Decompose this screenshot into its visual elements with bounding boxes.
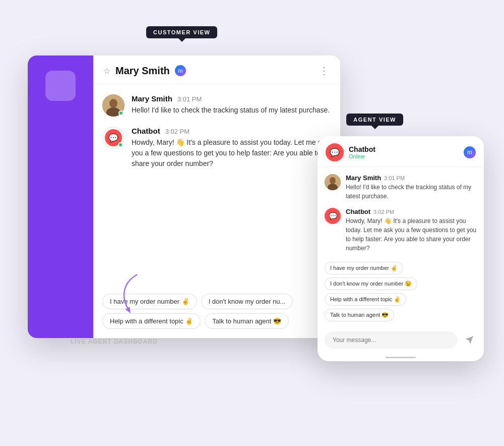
agent-quick-reply-human-agent[interactable]: Talk to human agent 😎 xyxy=(325,309,394,321)
agent-quick-reply-dont-know[interactable]: I don't know my order number 😉 xyxy=(325,277,417,290)
arrow-annotation xyxy=(116,272,156,315)
more-options-icon[interactable]: ⋮ xyxy=(319,65,330,77)
customer-msg-time-2: 3:02 PM xyxy=(165,128,190,135)
agent-messages-area: Mary Smith 3:01 PM Hello! I'd like to ch… xyxy=(318,167,484,258)
agent-quick-reply-different-topic[interactable]: Help with a different topic ✌ xyxy=(325,293,406,306)
customer-msg-content-1: Mary Smith 3:01 PM Hello! I'd like to ch… xyxy=(132,94,331,116)
quick-reply-human-agent[interactable]: Talk to human agent 😎 xyxy=(205,313,289,329)
agent-messenger-icon: m xyxy=(464,146,476,158)
customer-msg-meta-1: Mary Smith 3:01 PM xyxy=(132,94,331,103)
agent-message-1: Mary Smith 3:01 PM Hello! I'd like to ch… xyxy=(325,174,477,201)
agent-message-2: 💬 Chatbot 3:02 PM Howdy, Mary! 👋 It's a … xyxy=(325,208,477,253)
agent-chatbot-avatar: 💬 xyxy=(326,143,344,161)
customer-msg-sender-2: Chatbot xyxy=(132,127,160,135)
customer-name-display: Mary Smith xyxy=(115,65,170,77)
agent-chatbot-name: Chatbot xyxy=(349,145,375,153)
svg-marker-8 xyxy=(125,307,133,314)
agent-msg-meta-2: Chatbot 3:02 PM xyxy=(346,208,477,215)
messenger-letter: m xyxy=(178,68,182,74)
customer-header-left: ☆ Mary Smith m xyxy=(103,65,186,77)
customer-watermark: LIVE AGENT DASHBOARD xyxy=(71,338,158,345)
svg-point-1 xyxy=(109,99,117,108)
svg-point-4 xyxy=(330,177,336,184)
customer-view-label: CUSTOMER VIEW xyxy=(146,26,217,38)
sidebar-avatar-placeholder xyxy=(45,71,76,101)
agent-mary-avatar xyxy=(325,174,341,190)
agent-messenger-letter: m xyxy=(467,149,472,156)
agent-msg-sender-1: Mary Smith xyxy=(346,174,381,182)
quick-reply-dont-know[interactable]: I don't know my order nu... xyxy=(201,294,293,309)
customer-msg-text-1: Hello! I'd like to check the tracking st… xyxy=(132,105,331,116)
agent-msg-text-2: Howdy, Mary! 👋 It's a pleasure to assist… xyxy=(346,216,477,253)
online-dot xyxy=(118,110,123,116)
agent-msg-content-1: Mary Smith 3:01 PM Hello! I'd like to ch… xyxy=(346,174,477,201)
quick-reply-different-topic[interactable]: Help with a different topic ✌ xyxy=(102,313,201,329)
svg-marker-7 xyxy=(466,337,473,344)
customer-messages-area: Mary Smith 3:01 PM Hello! I'd like to ch… xyxy=(93,84,340,294)
agent-input-line xyxy=(386,357,416,358)
agent-msg-text-1: Hello! I'd like to check the tracking st… xyxy=(346,183,477,201)
customer-msg-time-1: 3:01 PM xyxy=(177,95,202,103)
agent-chatbot-msg-avatar: 💬 xyxy=(325,208,341,224)
star-icon[interactable]: ☆ xyxy=(103,66,110,76)
agent-msg-meta-1: Mary Smith 3:01 PM xyxy=(346,174,477,182)
agent-chatbot-info: Chatbot Online xyxy=(349,145,375,159)
agent-view-label: AGENT VIEW xyxy=(346,114,403,126)
chatbot-avatar: 💬 xyxy=(102,127,124,149)
customer-message-1: Mary Smith 3:01 PM Hello! I'd like to ch… xyxy=(102,94,331,117)
agent-header: 💬 Chatbot Online m xyxy=(318,136,484,167)
agent-chatbot-status: Online xyxy=(349,153,375,159)
customer-msg-sender-1: Mary Smith xyxy=(132,94,172,103)
chatbot-online-dot xyxy=(118,142,123,147)
customer-msg-content-2: Chatbot 3:02 PM Howdy, Mary! 👋 It's a pl… xyxy=(132,127,331,169)
customer-panel: ☆ Mary Smith m ⋮ xyxy=(28,55,340,338)
agent-msg-sender-2: Chatbot xyxy=(346,208,370,215)
customer-header: ☆ Mary Smith m ⋮ xyxy=(93,55,340,84)
agent-msg-time-2: 3:02 PM xyxy=(373,209,394,215)
agent-panel: 💬 Chatbot Online m Mary Smith xyxy=(318,136,484,361)
agent-input-area xyxy=(318,326,484,357)
customer-msg-text-2: Howdy, Mary! 👋 It's a pleasure to assist… xyxy=(132,137,331,169)
customer-message-2: 💬 Chatbot 3:02 PM Howdy, Mary! 👋 It's a … xyxy=(102,127,331,169)
agent-message-input[interactable] xyxy=(325,331,458,349)
agent-header-left: 💬 Chatbot Online xyxy=(326,143,375,161)
agent-msg-content-2: Chatbot 3:02 PM Howdy, Mary! 👋 It's a pl… xyxy=(346,208,477,253)
agent-msg-time-1: 3:01 PM xyxy=(384,175,405,181)
agent-send-button[interactable] xyxy=(462,332,477,348)
agent-quick-reply-order-number[interactable]: I have my order number ✌ xyxy=(325,262,403,274)
agent-quick-replies: I have my order number ✌ I don't know my… xyxy=(318,258,484,326)
messenger-icon: m xyxy=(175,65,186,76)
mary-smith-avatar xyxy=(102,94,124,117)
customer-msg-meta-2: Chatbot 3:02 PM xyxy=(132,127,331,135)
customer-sidebar xyxy=(28,55,93,338)
